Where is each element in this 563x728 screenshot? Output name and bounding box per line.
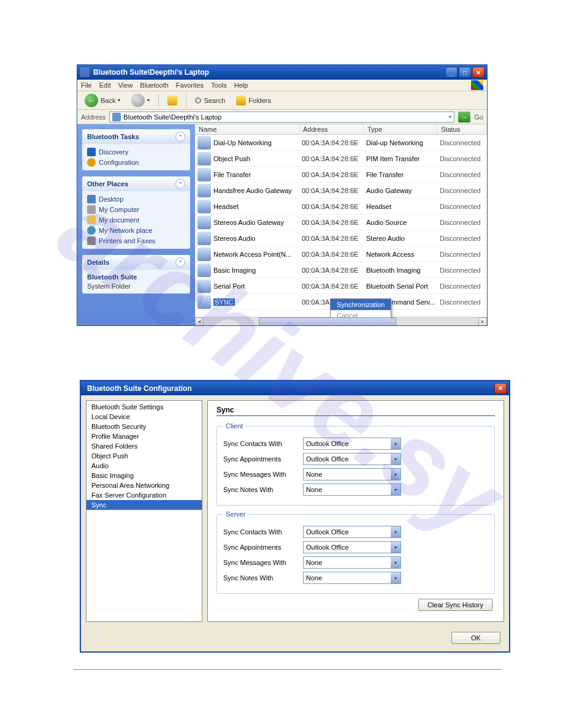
combo-value: Outlook Office	[306, 455, 349, 463]
item-status: Disconnected	[440, 267, 487, 274]
config-list-item[interactable]: Bluetooth Suite Settings	[86, 402, 202, 412]
col-address[interactable]: Address	[299, 124, 364, 134]
server-combo[interactable]: Outlook Office▾	[303, 541, 401, 553]
item-name: Headset	[213, 203, 239, 210]
panel-header[interactable]: Other Places ⌃	[82, 176, 190, 191]
panel-header[interactable]: Details ⌃	[82, 255, 190, 270]
file-list: Name Address Type Status Dial-Up Network…	[195, 124, 487, 325]
config-list-item[interactable]: Local Device	[86, 412, 202, 422]
client-combo[interactable]: None▾	[303, 468, 401, 480]
config-list-item[interactable]: Fax Server Configuration	[86, 490, 202, 500]
list-item[interactable]: Serial Port00:0A:3A:84:28:6EBluetooth Se…	[195, 278, 487, 294]
sidebar-item-desktop[interactable]: Desktop	[87, 195, 185, 203]
chevron-down-icon[interactable]: ▾	[391, 557, 400, 568]
server-legend: Server	[223, 510, 248, 518]
list-item[interactable]: Handsfree Audio Gateway00:0A:3A:84:28:6E…	[195, 183, 487, 199]
server-combo[interactable]: None▾	[303, 556, 401, 569]
list-item[interactable]: File Transfer00:0A:3A:84:28:6EFile Trans…	[195, 167, 487, 183]
collapse-icon[interactable]: ⌃	[175, 179, 185, 189]
chevron-down-icon[interactable]: ▾	[391, 526, 400, 537]
chevron-down-icon[interactable]: ▾	[391, 484, 400, 495]
list-item[interactable]: Headset00:0A:3A:84:28:6EHeadsetDisconnec…	[195, 199, 487, 214]
config-list-item[interactable]: Profile Manager	[86, 431, 202, 441]
col-status[interactable]: Status	[437, 124, 487, 134]
item-name: Stereos Audio	[213, 235, 256, 242]
server-combo[interactable]: Outlook Office▾	[303, 526, 401, 538]
sidebar-item-printers[interactable]: Printers and Faxes	[87, 237, 185, 245]
config-list-item[interactable]: Sync	[86, 500, 202, 510]
config-list-item[interactable]: Object Push	[86, 451, 202, 461]
menu-help[interactable]: Help	[234, 82, 248, 89]
list-item[interactable]: Network Access Point(N...00:0A:3A:84:28:…	[195, 246, 487, 262]
minimize-button[interactable]: _	[445, 67, 458, 78]
collapse-icon[interactable]: ⌃	[175, 257, 185, 267]
chevron-down-icon[interactable]: ▾	[391, 438, 400, 449]
chevron-down-icon[interactable]: ▾	[391, 542, 400, 553]
bluetooth-tasks-panel: Bluetooth Tasks ⌃ Discovery Configuratio…	[82, 129, 190, 170]
config-list-item[interactable]: Audio	[86, 461, 202, 471]
config-list-item[interactable]: Shared Folders	[86, 441, 202, 451]
item-name: SYNC	[213, 298, 235, 306]
client-combo[interactable]: Outlook Office▾	[303, 453, 401, 465]
address-input[interactable]: Bluetooth Suite\Deepthi's Laptop ▾	[109, 112, 454, 123]
list-item[interactable]: Stereos Audio00:0A:3A:84:28:6EStereo Aud…	[195, 230, 487, 246]
service-icon	[197, 200, 211, 213]
form-row: Sync Notes WithNone▾	[223, 572, 488, 584]
folder-icon	[87, 216, 96, 224]
field-label: Sync Appointments	[223, 544, 303, 551]
back-button[interactable]: ← Back ▾	[81, 93, 124, 108]
col-name[interactable]: Name	[195, 124, 299, 134]
sidebar-item-mycomputer[interactable]: My Computer	[87, 205, 185, 214]
col-type[interactable]: Type	[364, 124, 437, 134]
server-combo[interactable]: None▾	[303, 572, 401, 584]
go-button[interactable]: →	[458, 112, 470, 123]
menu-file[interactable]: File	[81, 82, 92, 89]
client-combo[interactable]: None▾	[303, 483, 401, 496]
menu-tools[interactable]: Tools	[211, 82, 227, 89]
client-combo[interactable]: Outlook Office▾	[303, 438, 401, 450]
list-item[interactable]: Stereos Audio Gateway00:0A:3A:84:28:6EAu…	[195, 214, 487, 230]
close-button[interactable]: ✕	[494, 383, 507, 394]
clear-sync-history-button[interactable]: Clear Sync History	[418, 599, 492, 611]
menu-view[interactable]: View	[118, 82, 133, 89]
menu-item-synchronization[interactable]: Synchronization	[331, 299, 391, 310]
maximize-button[interactable]: □	[459, 67, 471, 78]
chevron-down-icon[interactable]: ▾	[391, 572, 400, 583]
forward-button[interactable]: → ▾	[128, 93, 153, 108]
panel-header[interactable]: Bluetooth Tasks ⌃	[82, 129, 190, 144]
details-kind: System Folder	[87, 282, 185, 290]
close-button[interactable]: ✕	[472, 67, 484, 78]
sidebar-item-mydocument[interactable]: My document	[87, 216, 185, 224]
menu-favorites[interactable]: Favorites	[176, 82, 204, 89]
config-list-item[interactable]: Bluetooth Security	[86, 422, 202, 431]
collapse-icon[interactable]: ⌃	[175, 132, 185, 142]
dialog-footer: OK	[81, 627, 509, 651]
scroll-left-button[interactable]: ◂	[195, 317, 204, 326]
sidebar-item-discovery[interactable]: Discovery	[87, 148, 185, 156]
sidebar-item-configuration[interactable]: Configuration	[87, 158, 185, 167]
horizontal-scrollbar[interactable]: ◂ ▸	[195, 317, 487, 325]
menu-bluetooth[interactable]: Bluetooth	[140, 82, 168, 89]
scroll-thumb[interactable]	[259, 317, 396, 326]
list-item[interactable]: Basic Imaging00:0A:3A:84:28:6EBluetooth …	[195, 262, 487, 278]
list-item[interactable]: Dial-Up Networking00:0A:3A:84:28:6EDial-…	[195, 135, 487, 151]
titlebar[interactable]: Bluetooth Suite\Deepthi's Laptop _ □ ✕	[77, 65, 487, 80]
config-list-item[interactable]: Basic Imaging	[86, 471, 202, 480]
scroll-right-button[interactable]: ▸	[478, 317, 487, 326]
list-item[interactable]: Object Push00:0A:3A:84:28:6EPIM Item Tra…	[195, 151, 487, 167]
search-button[interactable]: Search	[191, 96, 229, 105]
folders-button[interactable]: Folders	[232, 94, 275, 107]
chevron-down-icon[interactable]: ▾	[449, 114, 451, 119]
chevron-down-icon[interactable]: ▾	[391, 469, 400, 480]
menu-edit[interactable]: Edit	[99, 82, 111, 89]
up-button[interactable]	[164, 94, 181, 107]
sidebar-item-network[interactable]: My Network place	[87, 226, 185, 235]
ok-button[interactable]: OK	[451, 632, 500, 644]
chevron-down-icon[interactable]: ▾	[391, 453, 400, 464]
field-label: Sync Contacts With	[223, 440, 303, 447]
explorer-window: Bluetooth Suite\Deepthi's Laptop _ □ ✕ F…	[77, 64, 488, 326]
config-category-list[interactable]: Bluetooth Suite SettingsLocal DeviceBlue…	[86, 400, 202, 622]
config-list-item[interactable]: Personal Area Networking	[86, 480, 202, 490]
titlebar[interactable]: Bluetooth Suite Configuration ✕	[81, 381, 509, 395]
form-row: Sync Contacts WithOutlook Office▾	[223, 526, 488, 538]
